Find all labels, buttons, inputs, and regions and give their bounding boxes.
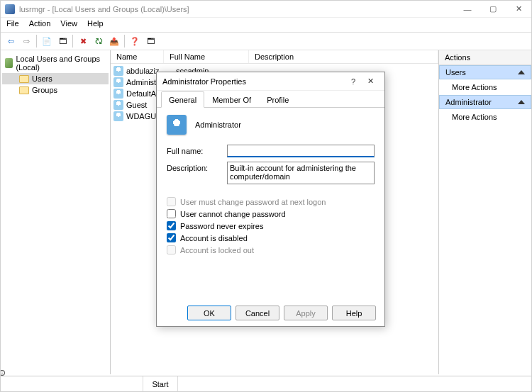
help-button[interactable]: Help xyxy=(332,306,376,320)
user-icon xyxy=(113,111,123,121)
checkbox xyxy=(167,245,176,254)
list-header: Name Full Name Description xyxy=(111,50,438,64)
menu-file[interactable]: File xyxy=(6,19,19,30)
check-neverexpires[interactable]: Password never expires xyxy=(167,221,375,230)
checkbox[interactable] xyxy=(167,233,176,242)
cancel-button[interactable]: Cancel xyxy=(235,306,279,320)
actions-more-admin[interactable]: More Actions xyxy=(439,109,531,125)
dialog-header: Administrator xyxy=(167,115,375,135)
actions-section-label: Users xyxy=(445,68,466,77)
collapse-icon xyxy=(518,70,525,74)
cell-name: Guest xyxy=(126,101,147,109)
check-disabled[interactable]: Account is disabled xyxy=(167,233,375,242)
ok-button[interactable]: OK xyxy=(187,306,231,320)
col-fullname[interactable]: Full Name xyxy=(164,50,249,63)
tree-panel: Local Users and Groups (Local) Users Gro… xyxy=(1,50,111,374)
menu-help[interactable]: Help xyxy=(87,19,104,30)
toolbar: ⇦ ⇨ 📄 🗔 ✖ 🗘 📤 ❓ 🗔 xyxy=(1,32,531,50)
check-cannotchange[interactable]: User cannot change password xyxy=(167,209,375,218)
tree-root-label: Local Users and Groups (Local) xyxy=(16,55,106,72)
minimize-button[interactable]: — xyxy=(455,1,480,18)
user-icon: ↓ xyxy=(113,89,123,99)
forward-button[interactable]: ⇨ xyxy=(19,34,33,48)
menu-view[interactable]: View xyxy=(60,19,77,30)
tree-item-label: Users xyxy=(32,74,52,83)
row-fullname: Full name: xyxy=(167,145,375,157)
dialog-tabs: General Member Of Profile xyxy=(157,91,384,108)
dialog-body: Administrator Full name: Description: Bu… xyxy=(157,108,384,264)
tab-memberof[interactable]: Member Of xyxy=(204,91,259,108)
check-label: User must change password at next logon xyxy=(180,198,326,206)
check-label: User cannot change password xyxy=(180,210,286,218)
actions-more-users[interactable]: More Actions xyxy=(439,79,531,95)
dialog-title: Administrator Properties xyxy=(162,77,345,86)
properties-button[interactable]: 🗔 xyxy=(143,34,157,48)
check-label: Account is disabled xyxy=(180,234,248,242)
dialog-close-button[interactable]: ✕ xyxy=(362,77,379,86)
user-icon: ↓ xyxy=(113,77,123,87)
delete-button[interactable]: ✖ xyxy=(76,34,90,48)
actions-section-admin[interactable]: Administrator xyxy=(439,95,531,109)
close-button[interactable]: ✕ xyxy=(506,1,531,18)
show-hide-button[interactable]: 🗔 xyxy=(55,34,70,48)
description-label: Description: xyxy=(167,162,227,172)
tree-item-users[interactable]: Users xyxy=(2,73,109,84)
menubar: File Action View Help xyxy=(1,18,531,32)
actions-section-users[interactable]: Users xyxy=(439,65,531,79)
tree-item-label: Groups xyxy=(32,86,57,94)
dialog-titlebar: Administrator Properties ? ✕ xyxy=(157,72,384,91)
tab-general[interactable]: General xyxy=(161,91,204,108)
window-title: lusrmgr - [Local Users and Groups (Local… xyxy=(19,5,455,13)
export-button[interactable]: 📤 xyxy=(107,34,121,48)
check-label: Password never expires xyxy=(180,222,263,230)
mmc-icon xyxy=(5,58,13,68)
folder-icon xyxy=(19,86,29,94)
check-lockedout: Account is locked out xyxy=(167,245,375,254)
menu-action[interactable]: Action xyxy=(29,19,51,30)
user-icon xyxy=(113,66,123,76)
properties-dialog: Administrator Properties ? ✕ General Mem… xyxy=(156,72,385,327)
apply-button[interactable]: Apply xyxy=(284,306,328,320)
back-button[interactable]: ⇦ xyxy=(4,34,18,48)
dialog-footer: OK Cancel Apply Help xyxy=(165,306,376,320)
tab-profile[interactable]: Profile xyxy=(259,91,297,108)
col-name[interactable]: Name xyxy=(111,50,164,63)
folder-icon xyxy=(19,75,29,83)
maximize-button[interactable]: ▢ xyxy=(480,1,506,18)
window-controls: — ▢ ✕ xyxy=(455,1,531,18)
fullname-input[interactable] xyxy=(227,145,375,157)
checkbox[interactable] xyxy=(167,209,176,218)
check-mustchange: User must change password at next logon xyxy=(167,197,375,206)
user-icon: ↓ xyxy=(113,100,123,110)
fullname-label: Full name: xyxy=(167,145,227,155)
checkbox[interactable] xyxy=(167,221,176,230)
tree-root[interactable]: Local Users and Groups (Local) xyxy=(2,53,109,73)
actions-header: Actions xyxy=(439,50,531,65)
refresh-button[interactable]: 🗘 xyxy=(92,34,106,48)
col-description[interactable]: Description xyxy=(249,50,438,63)
app-icon xyxy=(5,4,15,14)
help-button[interactable]: ❓ xyxy=(128,34,142,48)
checkbox xyxy=(167,197,176,206)
start-button[interactable]: Start xyxy=(143,376,178,391)
up-button[interactable]: 📄 xyxy=(40,34,54,48)
actions-section-label: Administrator xyxy=(445,98,492,106)
actions-panel: Actions Users More Actions Administrator… xyxy=(439,50,531,374)
user-large-icon xyxy=(167,115,187,135)
dialog-heading: Administrator xyxy=(195,121,241,129)
taskbar: Start xyxy=(1,376,531,391)
description-input[interactable]: Built-in account for administering the c… xyxy=(227,162,375,184)
dialog-help-button[interactable]: ? xyxy=(345,77,362,86)
collapse-icon xyxy=(518,100,525,104)
row-description: Description: Built-in account for admini… xyxy=(167,162,375,184)
titlebar: lusrmgr - [Local Users and Groups (Local… xyxy=(1,1,531,18)
check-label: Account is locked out xyxy=(180,246,254,254)
tree-item-groups[interactable]: Groups xyxy=(2,84,109,96)
